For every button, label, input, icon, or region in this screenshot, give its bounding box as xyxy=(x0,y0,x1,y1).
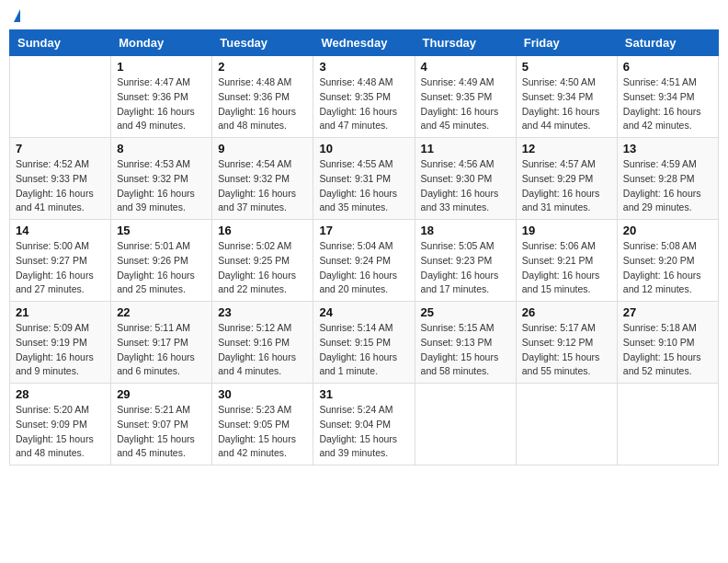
day-number: 20 xyxy=(623,224,712,237)
day-number: 23 xyxy=(218,305,307,319)
calendar-cell: 18Sunrise: 5:05 AMSunset: 9:23 PMDayligh… xyxy=(415,220,516,302)
day-number: 19 xyxy=(522,224,611,237)
calendar-cell: 20Sunrise: 5:08 AMSunset: 9:20 PMDayligh… xyxy=(617,220,718,302)
day-number: 16 xyxy=(218,224,307,237)
calendar-cell: 30Sunrise: 5:23 AMSunset: 9:05 PMDayligh… xyxy=(212,384,313,465)
calendar-week-row: 28Sunrise: 5:20 AMSunset: 9:09 PMDayligh… xyxy=(10,384,719,465)
day-info: Sunrise: 5:23 AMSunset: 9:05 PMDaylight:… xyxy=(218,403,307,461)
day-number: 24 xyxy=(319,305,408,319)
calendar-table: SundayMondayTuesdayWednesdayThursdayFrid… xyxy=(9,29,719,465)
day-info: Sunrise: 4:50 AMSunset: 9:34 PMDaylight:… xyxy=(522,75,611,133)
day-info: Sunrise: 4:51 AMSunset: 9:34 PMDaylight:… xyxy=(623,75,712,133)
day-info: Sunrise: 5:11 AMSunset: 9:17 PMDaylight:… xyxy=(117,321,206,379)
header-thursday: Thursday xyxy=(415,30,516,56)
day-number: 2 xyxy=(218,60,307,74)
calendar-cell xyxy=(415,384,516,465)
calendar-cell: 22Sunrise: 5:11 AMSunset: 9:17 PMDayligh… xyxy=(111,302,212,384)
day-number: 31 xyxy=(319,387,408,401)
day-info: Sunrise: 4:56 AMSunset: 9:30 PMDaylight:… xyxy=(421,157,510,215)
calendar-week-row: 7Sunrise: 4:52 AMSunset: 9:33 PMDaylight… xyxy=(10,138,719,220)
day-info: Sunrise: 4:54 AMSunset: 9:32 PMDaylight:… xyxy=(218,157,307,215)
header-wednesday: Wednesday xyxy=(313,30,415,56)
day-number: 1 xyxy=(117,60,206,74)
calendar-cell: 17Sunrise: 5:04 AMSunset: 9:24 PMDayligh… xyxy=(313,220,415,302)
day-number: 12 xyxy=(522,142,611,155)
day-number: 5 xyxy=(522,60,611,74)
page-header xyxy=(9,9,719,22)
day-info: Sunrise: 5:20 AMSunset: 9:09 PMDaylight:… xyxy=(16,403,105,461)
calendar-cell: 26Sunrise: 5:17 AMSunset: 9:12 PMDayligh… xyxy=(516,302,617,384)
calendar-cell: 8Sunrise: 4:53 AMSunset: 9:32 PMDaylight… xyxy=(111,138,212,220)
calendar-cell: 21Sunrise: 5:09 AMSunset: 9:19 PMDayligh… xyxy=(10,302,111,384)
day-number: 10 xyxy=(319,142,408,155)
day-number: 6 xyxy=(623,60,712,74)
day-info: Sunrise: 5:02 AMSunset: 9:25 PMDaylight:… xyxy=(218,239,307,297)
day-number: 14 xyxy=(16,224,105,237)
day-info: Sunrise: 4:48 AMSunset: 9:35 PMDaylight:… xyxy=(319,75,408,133)
calendar-cell: 2Sunrise: 4:48 AMSunset: 9:36 PMDaylight… xyxy=(212,56,313,138)
calendar-cell: 11Sunrise: 4:56 AMSunset: 9:30 PMDayligh… xyxy=(415,138,516,220)
day-number: 8 xyxy=(117,142,206,155)
header-friday: Friday xyxy=(516,30,617,56)
day-info: Sunrise: 4:59 AMSunset: 9:28 PMDaylight:… xyxy=(623,157,712,215)
day-info: Sunrise: 5:00 AMSunset: 9:27 PMDaylight:… xyxy=(16,239,105,297)
logo xyxy=(13,9,21,22)
calendar-cell: 24Sunrise: 5:14 AMSunset: 9:15 PMDayligh… xyxy=(313,302,415,384)
calendar-cell: 7Sunrise: 4:52 AMSunset: 9:33 PMDaylight… xyxy=(10,138,111,220)
day-number: 11 xyxy=(421,142,510,155)
calendar-cell: 29Sunrise: 5:21 AMSunset: 9:07 PMDayligh… xyxy=(111,384,212,465)
day-info: Sunrise: 5:14 AMSunset: 9:15 PMDaylight:… xyxy=(319,321,408,379)
day-info: Sunrise: 5:08 AMSunset: 9:20 PMDaylight:… xyxy=(623,239,712,297)
day-info: Sunrise: 4:49 AMSunset: 9:35 PMDaylight:… xyxy=(421,75,510,133)
day-info: Sunrise: 5:21 AMSunset: 9:07 PMDaylight:… xyxy=(117,403,206,461)
day-info: Sunrise: 4:52 AMSunset: 9:33 PMDaylight:… xyxy=(16,157,105,215)
calendar-week-row: 1Sunrise: 4:47 AMSunset: 9:36 PMDaylight… xyxy=(10,56,719,138)
calendar-cell: 19Sunrise: 5:06 AMSunset: 9:21 PMDayligh… xyxy=(516,220,617,302)
calendar-cell: 4Sunrise: 4:49 AMSunset: 9:35 PMDaylight… xyxy=(415,56,516,138)
day-info: Sunrise: 5:06 AMSunset: 9:21 PMDaylight:… xyxy=(522,239,611,297)
day-number: 15 xyxy=(117,224,206,237)
day-number: 7 xyxy=(16,142,105,155)
day-info: Sunrise: 5:09 AMSunset: 9:19 PMDaylight:… xyxy=(16,321,105,379)
logo-triangle-icon xyxy=(14,9,20,22)
day-number: 22 xyxy=(117,305,206,319)
day-info: Sunrise: 4:53 AMSunset: 9:32 PMDaylight:… xyxy=(117,157,206,215)
calendar-week-row: 21Sunrise: 5:09 AMSunset: 9:19 PMDayligh… xyxy=(10,302,719,384)
day-info: Sunrise: 4:47 AMSunset: 9:36 PMDaylight:… xyxy=(117,75,206,133)
calendar-cell xyxy=(516,384,617,465)
day-number: 21 xyxy=(16,305,105,319)
calendar-cell: 12Sunrise: 4:57 AMSunset: 9:29 PMDayligh… xyxy=(516,138,617,220)
day-info: Sunrise: 5:01 AMSunset: 9:26 PMDaylight:… xyxy=(117,239,206,297)
calendar-cell: 15Sunrise: 5:01 AMSunset: 9:26 PMDayligh… xyxy=(111,220,212,302)
day-number: 3 xyxy=(319,60,408,74)
day-number: 28 xyxy=(16,387,105,401)
calendar-header-row: SundayMondayTuesdayWednesdayThursdayFrid… xyxy=(10,30,719,56)
day-number: 29 xyxy=(117,387,206,401)
calendar-cell: 27Sunrise: 5:18 AMSunset: 9:10 PMDayligh… xyxy=(617,302,718,384)
day-info: Sunrise: 5:12 AMSunset: 9:16 PMDaylight:… xyxy=(218,321,307,379)
day-info: Sunrise: 5:24 AMSunset: 9:04 PMDaylight:… xyxy=(319,403,408,461)
calendar-cell: 16Sunrise: 5:02 AMSunset: 9:25 PMDayligh… xyxy=(212,220,313,302)
day-number: 4 xyxy=(421,60,510,74)
day-info: Sunrise: 5:05 AMSunset: 9:23 PMDaylight:… xyxy=(421,239,510,297)
day-info: Sunrise: 5:04 AMSunset: 9:24 PMDaylight:… xyxy=(319,239,408,297)
day-number: 9 xyxy=(218,142,307,155)
calendar-cell: 28Sunrise: 5:20 AMSunset: 9:09 PMDayligh… xyxy=(10,384,111,465)
day-number: 26 xyxy=(522,305,611,319)
header-monday: Monday xyxy=(111,30,212,56)
calendar-week-row: 14Sunrise: 5:00 AMSunset: 9:27 PMDayligh… xyxy=(10,220,719,302)
day-info: Sunrise: 4:48 AMSunset: 9:36 PMDaylight:… xyxy=(218,75,307,133)
calendar-cell: 3Sunrise: 4:48 AMSunset: 9:35 PMDaylight… xyxy=(313,56,415,138)
day-number: 27 xyxy=(623,305,712,319)
day-info: Sunrise: 5:17 AMSunset: 9:12 PMDaylight:… xyxy=(522,321,611,379)
calendar-cell: 14Sunrise: 5:00 AMSunset: 9:27 PMDayligh… xyxy=(10,220,111,302)
day-number: 17 xyxy=(319,224,408,237)
calendar-cell xyxy=(617,384,718,465)
calendar-cell: 1Sunrise: 4:47 AMSunset: 9:36 PMDaylight… xyxy=(111,56,212,138)
day-number: 30 xyxy=(218,387,307,401)
calendar-cell xyxy=(10,56,111,138)
day-info: Sunrise: 5:18 AMSunset: 9:10 PMDaylight:… xyxy=(623,321,712,379)
calendar-cell: 31Sunrise: 5:24 AMSunset: 9:04 PMDayligh… xyxy=(313,384,415,465)
header-sunday: Sunday xyxy=(10,30,111,56)
calendar-cell: 10Sunrise: 4:55 AMSunset: 9:31 PMDayligh… xyxy=(313,138,415,220)
